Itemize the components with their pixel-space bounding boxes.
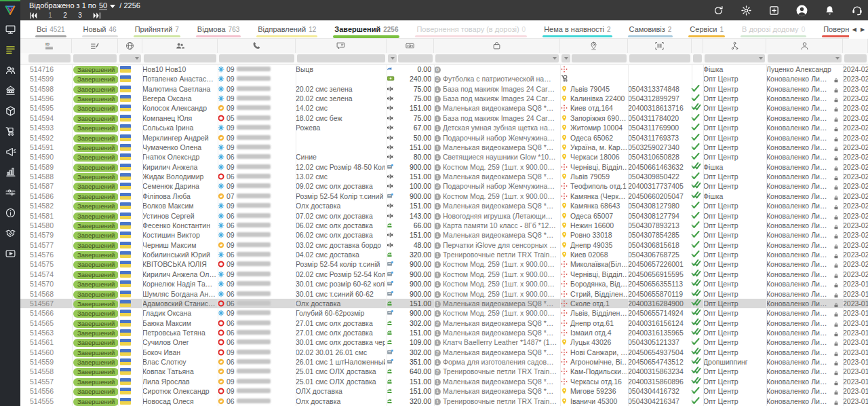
- table-row[interactable]: 514579ЗавершенийКостишин Виктор0906.02 с…: [20, 230, 868, 240]
- table-row[interactable]: 514581ЗавершенийУстинов Сергей0607.02 см…: [20, 211, 868, 221]
- sidebar-item-stats[interactable]: [0, 163, 20, 183]
- filter-comment-input[interactable]: [297, 54, 385, 62]
- table-row[interactable]: 514577ЗавершенийЧерниш Максим0903.02 смс…: [20, 240, 868, 250]
- column-header-date[interactable]: [843, 39, 868, 53]
- tab-scroll-right-icon[interactable]: ▶: [861, 27, 865, 33]
- table-row[interactable]: 514568ЗавершенийШумляс Богдана Ан…0630.0…: [20, 289, 868, 299]
- table-row[interactable]: 514595ЗавершенийКолосок Александр0914.02…: [20, 103, 868, 113]
- table-row[interactable]: 514598ЗавершенийМалютина Светлана0920.02…: [20, 84, 868, 94]
- sidebar-item-info[interactable]: [0, 204, 20, 224]
- filter-phone-input[interactable]: [219, 54, 294, 62]
- column-header-comment[interactable]: [296, 39, 387, 53]
- table-row[interactable]: 514589ЗавершенийКирилич Анжела0912.02 см…: [20, 162, 868, 172]
- filter-products-input[interactable]: [435, 54, 559, 62]
- tab-9[interactable]: Самовивіз2: [629, 20, 672, 39]
- tab-5[interactable]: Відправлений12: [258, 20, 316, 39]
- sidebar-item-purchases[interactable]: [0, 122, 20, 143]
- gear-button[interactable]: [739, 3, 753, 17]
- table-row[interactable]: 514582ЗавершенийВолков Максим09Олх доста…: [20, 201, 868, 210]
- tab-3[interactable]: Прийнятий7: [135, 20, 179, 39]
- filter-payment-input[interactable]: [398, 54, 433, 62]
- table-row[interactable]: 514587ЗавершенийСеменюк Дарина0909.02 см…: [20, 181, 868, 191]
- table-row[interactable]: 514563ЗавершенийПетровська Тетяна0627.01…: [20, 328, 868, 337]
- table-row[interactable]: 514593ЗавершенийСольська Ірина09Рожева67…: [20, 123, 868, 132]
- table-row[interactable]: 514586ЗавершенийФіліпова Люба07Розмір 52…: [20, 191, 868, 201]
- table-row[interactable]: 514565ЗавершенийБаюка Максим0627.01 смс …: [20, 318, 868, 328]
- column-header-manager[interactable]: [766, 39, 843, 53]
- bell-button[interactable]: [823, 3, 836, 17]
- table-row[interactable]: 514558ЗавершенийКовпак Татьяна0925.01 см…: [20, 367, 868, 376]
- column-header-payment[interactable]: [387, 39, 434, 53]
- table-row[interactable]: 514570ЗавершенийКорнелюк Надія Та…0930.0…: [20, 279, 868, 289]
- column-header-delivery-address[interactable]: [560, 39, 628, 53]
- table-row[interactable]: 514566ЗавершенийГладик Оксана09Голубий 6…: [20, 308, 868, 318]
- table-row[interactable]: 514599ЗавершенийПотапенко Анастас…09240.…: [20, 74, 868, 84]
- tab-6[interactable]: Завершений2256: [334, 20, 398, 39]
- add-button[interactable]: [767, 3, 781, 17]
- column-header-confirmation[interactable]: [692, 39, 703, 53]
- tab-4[interactable]: Відмова763: [197, 20, 239, 39]
- table-row[interactable]: 514588ЗавершенийЖидак Володимир0613.02 с…: [20, 172, 868, 181]
- page-number-3[interactable]: 3: [77, 12, 83, 19]
- first-page-button[interactable]: [29, 12, 38, 19]
- filter-client-input[interactable]: [144, 54, 216, 62]
- table-row[interactable]: 514559ЗавершенийВлас Слотюу0626.01 смс 1…: [20, 357, 868, 367]
- tab-scroll-left-icon[interactable]: ◀: [852, 27, 856, 33]
- filter-date-input[interactable]: [844, 54, 867, 62]
- sidebar-item-dashboard[interactable]: [0, 20, 20, 41]
- tab-10[interactable]: Сервіси1: [690, 20, 724, 39]
- column-header-sales-channel[interactable]: [703, 39, 766, 53]
- tab-2[interactable]: Новый46: [83, 20, 117, 39]
- table-row[interactable]: 514567ЗавершенийАдамовский Станис…06Олх …: [20, 299, 868, 308]
- tab-11[interactable]: В дорозі додому0: [742, 20, 805, 39]
- tab-8[interactable]: Нема в наявності2: [544, 20, 610, 39]
- filter-id-input[interactable]: [28, 54, 71, 62]
- sidebar-item-integrations[interactable]: [0, 183, 20, 204]
- table-row[interactable]: 514594ЗавершенийКомпанец Юля0518.02 смс …: [20, 113, 868, 123]
- table-row[interactable]: 514557ЗавершенийЛила Ярослав0925.01 смс …: [20, 377, 868, 386]
- sidebar-item-tutorials[interactable]: [0, 244, 20, 265]
- column-header-client[interactable]: [142, 39, 218, 53]
- filter-sales-channel-input[interactable]: [705, 54, 765, 62]
- sidebar-item-marketing[interactable]: [0, 143, 20, 163]
- column-header-tracking[interactable]: [628, 39, 692, 53]
- table-row[interactable]: 514592ЗавершенийМерклингер Андрей0950.00…: [20, 133, 868, 143]
- filter-delivery-address-input[interactable]: [572, 54, 627, 62]
- filter-confirmation-input[interactable]: [693, 54, 702, 62]
- table-row[interactable]: 514580ЗавершенийФесенко Константин0606.0…: [20, 221, 868, 230]
- tab-1[interactable]: Всі4521: [37, 20, 65, 39]
- table-row[interactable]: 514596ЗавершенийВегера Оксана0920.02 смс…: [20, 94, 868, 103]
- table-row[interactable]: 514560ЗавершенийБокоч Иван0902.02 30.01 …: [20, 348, 868, 357]
- sidebar-item-products[interactable]: [0, 102, 20, 122]
- last-page-button[interactable]: [92, 12, 101, 19]
- filter-delivery-address-dropdown[interactable]: [561, 54, 570, 62]
- sidebar-item-orders[interactable]: [0, 41, 20, 61]
- refresh-button[interactable]: [711, 3, 725, 17]
- tab-7[interactable]: Повернення товару (в дорозі)0: [416, 20, 526, 39]
- table-row[interactable]: 514561ЗавершенийСучилов Олег0630.01 смс …: [20, 337, 868, 347]
- column-header-products[interactable]: [434, 39, 560, 53]
- filter-country-input[interactable]: [119, 54, 141, 62]
- column-header-country[interactable]: [118, 39, 142, 53]
- filter-tracking-input[interactable]: [629, 54, 690, 62]
- table-row[interactable]: 514590ЗавершенийГнатюк Олексндр06Синие80…: [20, 152, 868, 162]
- per-page-select[interactable]: 50: [99, 1, 107, 10]
- sidebar-item-company[interactable]: [0, 81, 20, 102]
- column-header-status[interactable]: [72, 39, 118, 53]
- table-row[interactable]: 514574ЗавершенийКирилич Анжела Ол…0902.0…: [20, 270, 868, 279]
- sidebar-item-clients[interactable]: [0, 61, 20, 81]
- filter-payment-dropdown[interactable]: [388, 54, 397, 62]
- page-number-1[interactable]: 1: [47, 12, 53, 19]
- table-row[interactable]: 514555ЗавершенийНовосад Олеся06Олх доста…: [20, 396, 868, 406]
- table-row[interactable]: 514591ЗавершенийЧумаченко Олена09151.001…: [20, 143, 868, 152]
- table-row[interactable]: 514716ЗавершенийНов10 Нов1009Выцв0.000Фі…: [20, 64, 868, 74]
- support-button[interactable]: [850, 3, 864, 17]
- table-row[interactable]: 514576ЗавершенийКобилинський Юрий0604.02…: [20, 250, 868, 259]
- table-row[interactable]: 514556ЗавершенийСиротюк Олександр09ОЛХ д…: [20, 386, 868, 396]
- column-header-phone[interactable]: [218, 39, 296, 53]
- column-header-id[interactable]: ID: [27, 39, 72, 53]
- page-number-2[interactable]: 2: [62, 12, 68, 19]
- filter-manager-input[interactable]: [768, 54, 842, 62]
- filter-status-input[interactable]: [73, 54, 117, 62]
- app-logo-icon[interactable]: [0, 0, 20, 20]
